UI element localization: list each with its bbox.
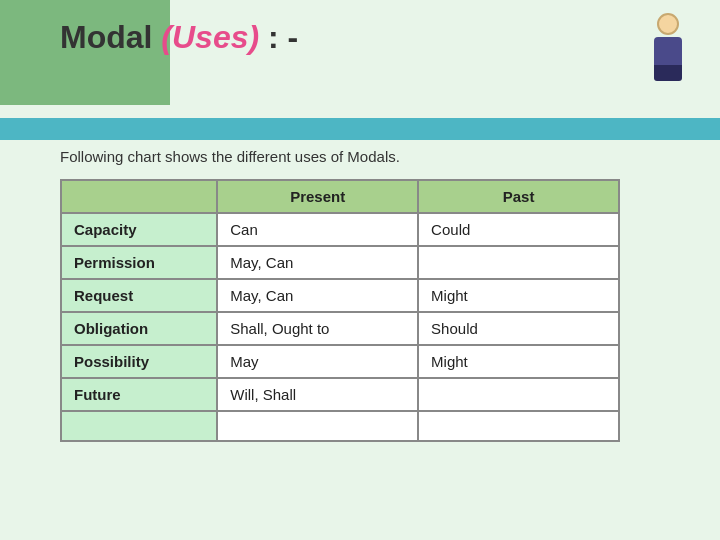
table-row: Request May, Can Might [61, 279, 619, 312]
row-past-permission [418, 246, 619, 279]
row-present-permission: May, Can [217, 246, 418, 279]
avatar-figure [643, 13, 693, 83]
table-row: Capacity Can Could [61, 213, 619, 246]
title-prefix: Modal [60, 19, 161, 55]
page: Modal (Uses) : - Following chart shows t… [0, 0, 720, 540]
page-title: Modal (Uses) : - [60, 18, 640, 56]
avatar [635, 8, 700, 88]
row-present-obligation: Shall, Ought to [217, 312, 418, 345]
avatar-legs [654, 65, 682, 81]
row-past-obligation: Should [418, 312, 619, 345]
modal-table: Present Past Capacity Can Could Permissi… [60, 179, 620, 442]
accent-bar [0, 118, 720, 140]
row-label-obligation: Obligation [61, 312, 217, 345]
table-row-empty [61, 411, 619, 441]
row-label-permission: Permission [61, 246, 217, 279]
col-header-past: Past [418, 180, 619, 213]
row-label-possibility: Possibility [61, 345, 217, 378]
table-row: Possibility May Might [61, 345, 619, 378]
col-header-label [61, 180, 217, 213]
row-past-future [418, 378, 619, 411]
row-present-request: May, Can [217, 279, 418, 312]
row-label-empty [61, 411, 217, 441]
title-area: Modal (Uses) : - [60, 18, 640, 56]
row-label-capacity: Capacity [61, 213, 217, 246]
avatar-body [654, 37, 682, 65]
row-present-empty [217, 411, 418, 441]
row-label-future: Future [61, 378, 217, 411]
row-past-request: Might [418, 279, 619, 312]
title-highlight: (Uses) [161, 19, 259, 55]
row-present-possibility: May [217, 345, 418, 378]
avatar-head [657, 13, 679, 35]
row-label-request: Request [61, 279, 217, 312]
content-section: Following chart shows the different uses… [60, 148, 680, 442]
table-row: Future Will, Shall [61, 378, 619, 411]
table-row: Permission May, Can [61, 246, 619, 279]
row-present-future: Will, Shall [217, 378, 418, 411]
table-header-row: Present Past [61, 180, 619, 213]
table-row: Obligation Shall, Ought to Should [61, 312, 619, 345]
title-suffix: : - [259, 19, 298, 55]
col-header-present: Present [217, 180, 418, 213]
row-past-empty [418, 411, 619, 441]
row-present-capacity: Can [217, 213, 418, 246]
subtitle: Following chart shows the different uses… [60, 148, 680, 165]
row-past-capacity: Could [418, 213, 619, 246]
row-past-possibility: Might [418, 345, 619, 378]
